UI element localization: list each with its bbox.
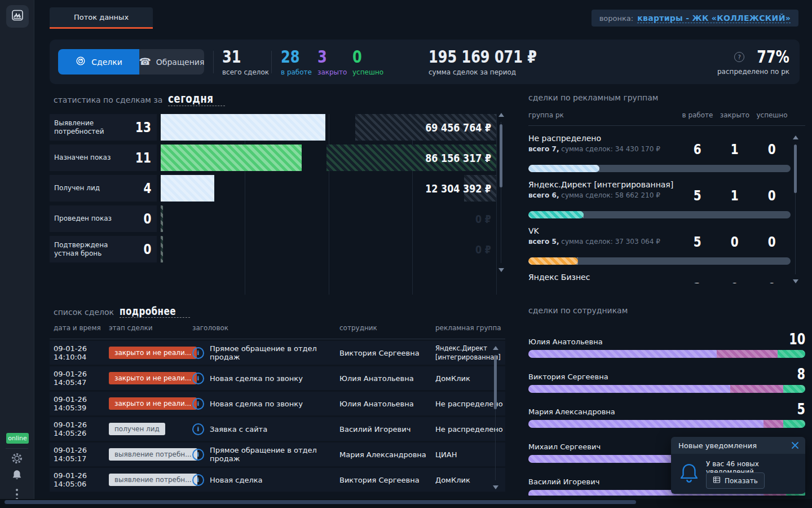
sidebar-divider — [6, 448, 28, 449]
stat-in-work-value: 28 — [281, 49, 299, 65]
info-icon[interactable]: i — [192, 474, 204, 486]
stat-sum-label: сумма сделок за период — [429, 68, 564, 76]
dashboard: online Поток данных воронка: кварт — [0, 0, 812, 508]
stage-label: Выявление потребностей — [54, 119, 125, 136]
success-count: 0 — [768, 280, 776, 283]
deal-row[interactable]: 09-01-26 14:05:39 закрыто и не реали... … — [50, 392, 505, 415]
deal-row[interactable]: 09-01-26 14:05:17 выявление потребн... i… — [50, 443, 505, 466]
stage-label: Получен лид — [54, 184, 125, 192]
scrollbar-thumb[interactable] — [794, 144, 797, 193]
deal-employee: Василий Игоревич — [339, 425, 435, 433]
stats-module-button[interactable] — [6, 5, 29, 28]
info-icon[interactable]: i — [192, 398, 204, 410]
stage-amount: 69 456 764 ₽ — [425, 121, 491, 134]
success-count: 0 — [768, 141, 776, 157]
stage-chart-scrollbar — [497, 113, 505, 272]
ad-group-row[interactable]: Яндекс Бизнес всего 3, сумма сделок: 9 9… — [528, 273, 805, 283]
notifications-button[interactable] — [0, 469, 34, 484]
deal-employee: Мария Александровна — [339, 450, 435, 459]
table-icon — [713, 476, 721, 485]
stat-success-label: успешно — [352, 68, 383, 76]
ad-group-row[interactable]: VK всего 5, сумма сделок: 37 303 064 ₽ 5… — [528, 226, 805, 257]
stage-label: Проведен показ — [54, 214, 125, 223]
deal-title: Новая сделка — [210, 476, 263, 484]
funnel-value-link[interactable]: квартиры - ЖК «КОЛЛЕЖСКИЙ» — [637, 14, 791, 23]
status-badge: online — [6, 433, 29, 444]
summary-card: Сделки ☎ Обращения 31 всего сделок 28 в … — [50, 40, 800, 84]
deals-toggle-button[interactable]: Сделки — [58, 49, 139, 75]
deal-row[interactable]: 09-01-26 14:05:26 получен лид i Заявка с… — [50, 417, 505, 441]
column-success: успешно — [753, 111, 791, 119]
info-icon[interactable]: i — [192, 423, 204, 435]
employee-count: 10 — [789, 332, 805, 346]
close-icon[interactable] — [791, 441, 800, 450]
in-work-count: 3 — [694, 280, 701, 283]
stage-amount-bar: 86 156 317 ₽ — [326, 144, 496, 171]
phone-icon: ☎ — [139, 57, 151, 67]
column-group: группа рк — [528, 111, 679, 119]
deal-title: Заявка с сайта — [210, 425, 267, 433]
divider — [213, 51, 214, 73]
employee-bar — [528, 420, 805, 428]
stage-count-bar — [161, 236, 163, 262]
scroll-down-arrow[interactable] — [498, 268, 504, 272]
stat-closed-value: 3 — [317, 49, 327, 65]
deal-title: Новая сделка по звонку — [210, 374, 303, 383]
info-icon[interactable]: i — [192, 449, 204, 461]
scroll-up-arrow[interactable] — [493, 346, 498, 350]
entity-toggle: Сделки ☎ Обращения — [58, 49, 204, 75]
info-icon[interactable]: i — [192, 373, 204, 384]
stage-chart-title-prefix: статистика по сделкам за — [54, 95, 162, 104]
stat-in-work-label: в работе — [281, 68, 312, 76]
deal-row[interactable]: 09-01-26 14:05:47 закрыто и не реали... … — [50, 366, 505, 390]
period-link[interactable]: сегодня — [168, 92, 213, 106]
show-notifications-button[interactable]: Показать — [706, 472, 765, 489]
info-icon[interactable]: i — [192, 347, 204, 359]
distribution-label: распределено по рк — [717, 68, 789, 76]
help-icon[interactable]: ? — [734, 52, 744, 62]
deals-list-scrollbar — [492, 346, 500, 489]
requests-toggle-button[interactable]: ☎ Обращения — [139, 49, 204, 75]
bell-outline-icon — [678, 462, 700, 488]
notification-popup: Новые уведомления У вас 46 новых уведомл… — [671, 437, 805, 494]
stage-badge: закрыто и не реали... — [109, 347, 197, 359]
employee-row: Виктория Сергеевна 8 — [528, 365, 805, 393]
column-stage: этап сделки — [109, 324, 192, 332]
hscrollbar-thumb[interactable] — [5, 500, 636, 504]
scrollbar-thumb[interactable] — [494, 355, 497, 409]
stage-badge: получен лид — [109, 423, 165, 435]
funnel-label: воронка: — [599, 14, 634, 23]
scroll-down-arrow[interactable] — [493, 485, 498, 489]
deal-row[interactable]: 09-01-26 14:10:04 закрыто и не реали... … — [50, 341, 505, 365]
deal-row[interactable]: 09-01-26 14:05:06 выявление потребн... i… — [50, 468, 505, 492]
stage-amount-bar: 69 456 764 ₽ — [355, 114, 496, 141]
details-link[interactable]: подробнее — [120, 305, 176, 317]
stage-amount: 0 ₽ — [475, 236, 491, 262]
ad-group-row[interactable]: Не распределено всего 7, сумма сделок: 3… — [528, 134, 805, 165]
stage-count-bar — [161, 175, 214, 202]
scroll-up-arrow[interactable] — [793, 135, 798, 139]
stat-sum-value: 195 169 071 ₽ — [429, 49, 537, 65]
settings-button[interactable] — [0, 452, 34, 467]
deal-datetime: 09-01-26 14:10:04 — [50, 344, 109, 361]
ad-group-name: Яндекс.Директ [интегрированная] — [528, 180, 679, 189]
scrollbar-thumb[interactable] — [500, 124, 502, 187]
stage-amount: 0 ₽ — [475, 205, 491, 232]
closed-count: 0 — [731, 280, 739, 283]
closed-count: 0 — [731, 234, 739, 250]
show-button-label: Показать — [725, 477, 758, 485]
deal-employee: Юлия Анатольевна — [339, 400, 435, 408]
tab-data-flow[interactable]: Поток данных — [50, 7, 153, 29]
ad-group-progress — [528, 165, 791, 172]
deal-datetime: 09-01-26 14:05:06 — [50, 471, 109, 488]
column-title: заголовок — [192, 324, 339, 332]
employee-bar — [528, 385, 805, 393]
scroll-up-arrow[interactable] — [498, 113, 504, 117]
in-work-count: 5 — [694, 187, 701, 204]
stage-badge: выявление потребн... — [109, 448, 197, 461]
ad-group-row[interactable]: Яндекс.Директ [интегрированная] всего 6,… — [528, 180, 805, 211]
closed-count: 1 — [731, 141, 739, 157]
column-datetime: дата и время — [50, 324, 109, 332]
scroll-down-arrow[interactable] — [793, 279, 798, 283]
stat-success-value: 0 — [352, 49, 362, 65]
